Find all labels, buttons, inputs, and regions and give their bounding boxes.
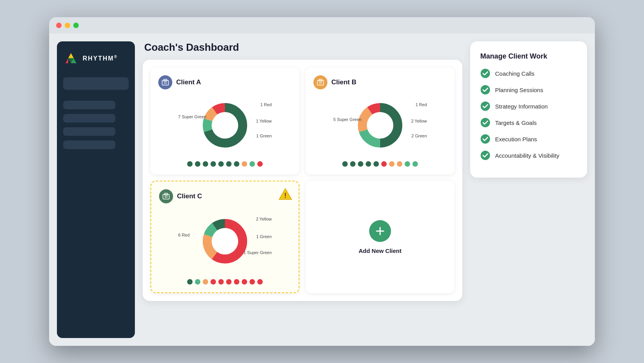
- rhythm-logo-icon: [63, 51, 79, 66]
- manage-item-coaching: Coaching Calls: [480, 68, 577, 78]
- dot: [373, 161, 379, 167]
- add-client-card[interactable]: Add New Client: [306, 181, 455, 293]
- client-c-dots: [159, 279, 291, 285]
- client-c-card[interactable]: Client C !: [150, 181, 299, 293]
- dot: [203, 279, 208, 285]
- client-a-label-green: 1 Green: [256, 133, 272, 138]
- client-a-chart: 7 Super Green 1 Red 1 Yellow 1 Green: [158, 94, 292, 157]
- minimize-button[interactable]: [65, 23, 70, 28]
- search-bar[interactable]: [63, 77, 129, 90]
- client-c-header: Client C: [159, 189, 291, 203]
- client-a-icon: [158, 75, 172, 89]
- dot: [195, 279, 200, 285]
- dot: [234, 279, 239, 285]
- browser-window: RHYTHM® Coach's Dashboard: [49, 17, 595, 346]
- nav-item-1[interactable]: [63, 101, 115, 109]
- svg-point-33: [481, 85, 490, 94]
- dot: [389, 161, 395, 167]
- browser-content: RHYTHM® Coach's Dashboard: [49, 34, 595, 346]
- dot: [211, 279, 216, 285]
- svg-point-35: [481, 118, 490, 127]
- dot: [381, 161, 387, 167]
- client-b-dots: [313, 161, 447, 167]
- svg-point-34: [481, 101, 490, 111]
- client-c-label-green: 1 Green: [256, 234, 272, 239]
- client-a-card[interactable]: Client A: [150, 68, 299, 174]
- svg-point-29: [212, 228, 238, 254]
- manage-label-strategy: Strategy Information: [495, 103, 548, 110]
- dot: [358, 161, 363, 167]
- sidebar: RHYTHM®: [57, 41, 135, 338]
- dot: [234, 161, 239, 167]
- check-icon-coaching: [480, 68, 490, 78]
- dot: [412, 161, 418, 167]
- nav-item-2[interactable]: [63, 114, 115, 123]
- dot: [242, 279, 247, 285]
- maximize-button[interactable]: [73, 23, 79, 28]
- dot: [211, 161, 216, 167]
- client-a-dots: [158, 161, 292, 167]
- client-a-label-red: 1 Red: [260, 102, 272, 107]
- check-icon-strategy: [480, 101, 490, 111]
- client-a-header: Client A: [158, 75, 292, 89]
- dot: [366, 161, 371, 167]
- svg-point-36: [481, 134, 490, 144]
- warning-icon: !: [278, 188, 292, 203]
- client-c-label-yellow: 2 Yellow: [256, 217, 272, 221]
- svg-text:!: !: [284, 192, 287, 199]
- client-b-label-sg: 5 Super Green: [333, 117, 361, 122]
- client-c-name: Client C: [177, 192, 202, 200]
- client-b-label-yellow: 2 Yellow: [411, 119, 427, 123]
- dot: [187, 279, 193, 285]
- manage-panel: Manage Client Work Coaching Calls Planni…: [470, 41, 587, 178]
- dashboard-grid-wrapper: Client A: [143, 60, 462, 301]
- client-b-card[interactable]: Client B: [306, 68, 455, 174]
- logo-reg: ®: [114, 55, 117, 59]
- nav-item-3[interactable]: [63, 127, 115, 136]
- logo-text: RHYTHM: [83, 55, 114, 62]
- check-icon-accountability: [480, 150, 490, 160]
- logo-area: RHYTHM®: [63, 51, 129, 66]
- dot: [187, 161, 193, 167]
- svg-point-9: [212, 112, 238, 139]
- manage-panel-title: Manage Client Work: [480, 52, 577, 60]
- dot: [405, 161, 410, 167]
- manage-label-targets: Targets & Goals: [495, 119, 537, 126]
- check-icon-execution: [480, 134, 490, 144]
- dot: [249, 161, 255, 167]
- client-b-icon: [313, 75, 327, 89]
- dot: [218, 161, 224, 167]
- dot: [195, 161, 200, 167]
- add-client-label: Add New Client: [359, 247, 402, 254]
- manage-label-coaching: Coaching Calls: [495, 70, 534, 77]
- client-c-icon: [159, 189, 173, 203]
- manage-label-accountability: Accountability & Visibility: [495, 152, 559, 159]
- nav-item-4[interactable]: [63, 141, 115, 149]
- svg-point-37: [481, 151, 490, 160]
- client-grid: Client A: [150, 68, 455, 293]
- main-area: Coach's Dashboard: [143, 41, 462, 338]
- dot: [242, 161, 247, 167]
- dashboard-title: Coach's Dashboard: [143, 41, 462, 53]
- svg-point-32: [481, 69, 490, 78]
- manage-label-execution: Execution Plans: [495, 136, 537, 142]
- title-bar: [49, 17, 595, 34]
- client-a-name: Client A: [176, 78, 201, 86]
- dot: [257, 161, 263, 167]
- client-b-header: Client B: [313, 75, 447, 89]
- manage-item-planning: Planning Sessions: [480, 85, 577, 95]
- close-button[interactable]: [56, 23, 62, 28]
- client-b-chart: 5 Super Green 1 Red 2 Yellow 2 Green: [313, 94, 447, 157]
- dot: [249, 279, 255, 285]
- check-icon-planning: [480, 85, 490, 95]
- client-c-label-red: 6 Red: [178, 233, 189, 237]
- dot: [397, 161, 402, 167]
- client-b-name: Client B: [331, 78, 356, 86]
- manage-item-accountability: Accountability & Visibility: [480, 150, 577, 160]
- client-b-label-green: 2 Green: [411, 133, 427, 138]
- client-c-chart: 6 Red 2 Yellow 1 Green 1 Super Green: [159, 208, 291, 274]
- dot: [226, 161, 232, 167]
- client-c-label-sg: 1 Super Green: [244, 250, 272, 255]
- add-client-button[interactable]: [369, 220, 391, 242]
- client-a-label-yellow: 1 Yellow: [256, 119, 272, 123]
